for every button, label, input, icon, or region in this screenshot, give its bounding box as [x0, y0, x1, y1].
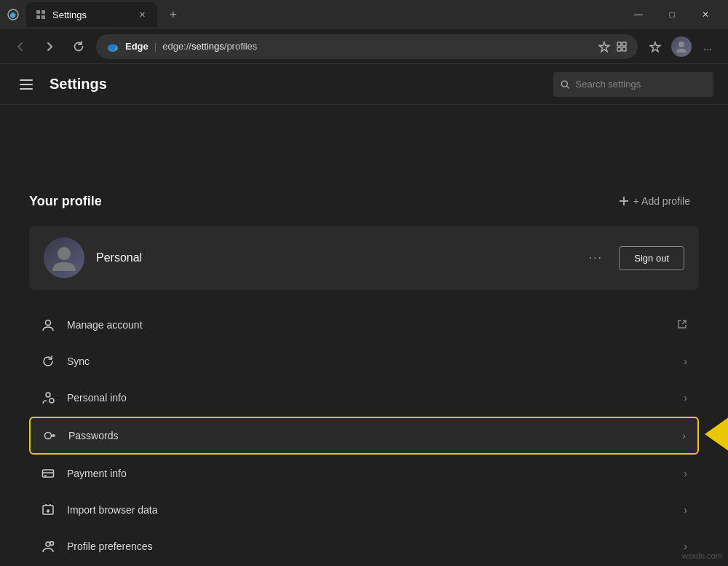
- search-settings-input[interactable]: [576, 79, 706, 90]
- svg-point-33: [50, 542, 54, 546]
- personal-info-chevron: ›: [684, 392, 687, 404]
- sync-chevron: ›: [684, 355, 687, 367]
- personal-info-label: Personal info: [67, 392, 672, 404]
- svg-rect-3: [36, 15, 40, 19]
- window-controls: — □ ✕: [622, 0, 722, 29]
- svg-point-23: [45, 433, 52, 439]
- svg-rect-28: [43, 470, 54, 477]
- svg-point-18: [58, 247, 71, 260]
- arrow-annotation: [705, 409, 728, 463]
- section-title: Your profile: [29, 194, 102, 209]
- import-browser-data-icon: [41, 503, 55, 517]
- menu-item-personal-info[interactable]: Personal info ›: [29, 380, 699, 415]
- section-header: Your profile + Add profile: [29, 191, 699, 211]
- svg-point-21: [46, 393, 50, 397]
- profile-button[interactable]: [670, 35, 693, 58]
- manage-account-icon: [41, 318, 55, 332]
- payment-info-icon: [41, 466, 55, 481]
- maximize-button[interactable]: □: [655, 0, 689, 29]
- tab-favicon: [35, 9, 47, 20]
- sign-out-button[interactable]: Sign out: [619, 246, 684, 270]
- svg-point-14: [561, 81, 567, 87]
- profile-card: Personal ··· Sign out: [29, 226, 699, 290]
- navigation-bar: Edge | edge://settings/profiles: [0, 29, 728, 64]
- svg-line-15: [567, 86, 569, 88]
- favorites-bar-icon[interactable]: [644, 35, 667, 58]
- title-bar: Settings ✕ + — □ ✕: [0, 0, 728, 29]
- new-tab-button[interactable]: +: [163, 4, 183, 25]
- profile-avatar: [671, 36, 692, 57]
- manage-account-label: Manage account: [67, 319, 665, 331]
- svg-rect-13: [20, 88, 33, 90]
- passwords-chevron: ›: [682, 430, 686, 441]
- svg-rect-7: [622, 42, 626, 46]
- menu-item-payment-info[interactable]: Payment info ›: [29, 456, 699, 491]
- svg-rect-1: [36, 10, 40, 14]
- profile-name: Personal: [96, 251, 572, 264]
- external-link-icon: [677, 319, 687, 331]
- add-profile-button[interactable]: + Add profile: [610, 191, 699, 211]
- title-bar-left: [6, 7, 20, 22]
- add-icon: [619, 196, 629, 206]
- menu-item-passwords[interactable]: Passwords ›: [29, 417, 699, 455]
- menu-item-import-browser-data[interactable]: Import browser data ›: [29, 492, 699, 527]
- payment-info-label: Payment info: [67, 468, 672, 479]
- profile-more-button[interactable]: ···: [584, 246, 607, 270]
- menu-item-sync[interactable]: Sync ›: [29, 344, 699, 379]
- passwords-icon: [42, 428, 57, 443]
- favorites-icon[interactable]: [598, 41, 610, 52]
- back-button[interactable]: [9, 35, 32, 58]
- menu-item-profile-preferences[interactable]: Profile preferences ›: [29, 529, 699, 564]
- tab-close-button[interactable]: ✕: [135, 8, 149, 21]
- search-icon: [561, 79, 570, 90]
- more-tools-button[interactable]: ...: [696, 35, 719, 58]
- svg-rect-4: [41, 15, 45, 19]
- profile-preferences-label: Profile preferences: [67, 541, 672, 552]
- forward-button[interactable]: [38, 35, 61, 58]
- svg-point-10: [678, 42, 684, 47]
- svg-rect-6: [617, 42, 621, 46]
- sync-icon: [41, 354, 55, 369]
- edge-favicon: [6, 7, 20, 22]
- svg-rect-12: [20, 84, 33, 85]
- collections-icon[interactable]: [616, 41, 628, 52]
- edge-brand-label: Edge: [125, 41, 149, 52]
- svg-rect-2: [41, 10, 45, 14]
- refresh-button[interactable]: [67, 35, 90, 58]
- address-url: edge://settings/profiles: [162, 41, 593, 52]
- sync-label: Sync: [67, 355, 672, 367]
- passwords-label: Passwords: [68, 430, 670, 441]
- settings-tab[interactable]: Settings ✕: [26, 2, 157, 27]
- svg-rect-9: [622, 47, 626, 51]
- import-browser-data-label: Import browser data: [67, 504, 672, 516]
- main-content: Your profile + Add profile Personal ··· …: [0, 169, 728, 566]
- hamburger-button[interactable]: [15, 73, 38, 96]
- svg-rect-8: [617, 47, 621, 51]
- profile-picture: [44, 237, 84, 278]
- svg-rect-11: [20, 79, 33, 81]
- svg-marker-27: [705, 409, 728, 460]
- import-browser-data-chevron: ›: [684, 504, 687, 516]
- payment-info-chevron: ›: [684, 468, 687, 479]
- nav-right-icons: ...: [644, 35, 719, 58]
- add-profile-label: + Add profile: [633, 195, 690, 207]
- svg-point-19: [46, 321, 51, 326]
- search-settings-box[interactable]: [553, 72, 713, 97]
- profile-preferences-chevron: ›: [684, 541, 687, 552]
- menu-item-manage-account[interactable]: Manage account: [29, 307, 699, 342]
- personal-info-icon: [41, 390, 55, 405]
- profile-preferences-icon: [41, 539, 55, 554]
- svg-point-22: [50, 398, 54, 403]
- address-bar[interactable]: Edge | edge://settings/profiles: [96, 34, 638, 59]
- tab-title: Settings: [52, 9, 130, 20]
- close-button[interactable]: ✕: [689, 0, 722, 29]
- menu-list: Manage account Sync ›: [29, 307, 699, 564]
- settings-title: Settings: [50, 76, 542, 93]
- minimize-button[interactable]: —: [622, 0, 655, 29]
- settings-header: Settings: [0, 64, 728, 105]
